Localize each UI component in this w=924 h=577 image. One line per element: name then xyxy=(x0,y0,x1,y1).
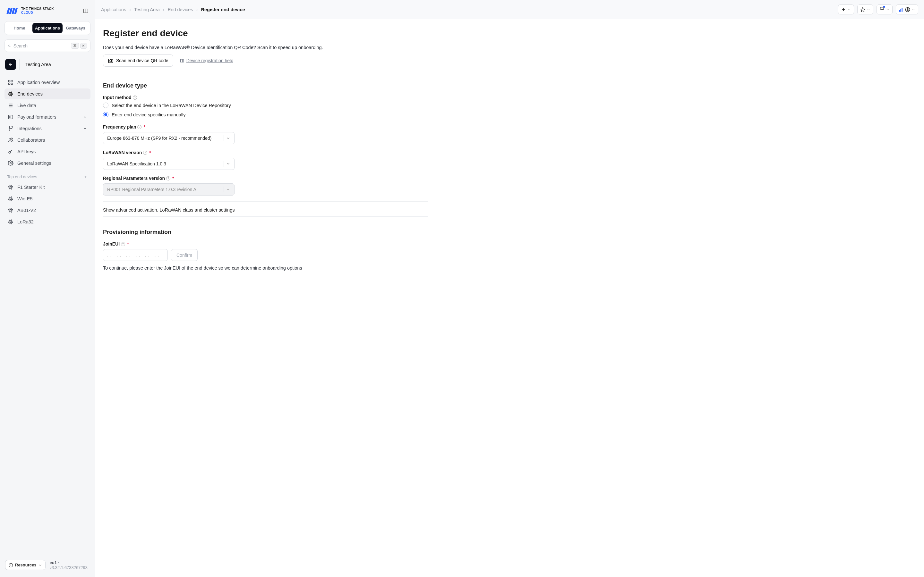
nav-label: Integrations xyxy=(17,126,42,131)
section-tabs: Home Applications Gateways xyxy=(5,21,90,35)
radio-repository[interactable]: Select the end device in the LoRaWAN Dev… xyxy=(103,103,428,108)
svg-rect-83 xyxy=(900,9,901,11)
back-button[interactable] xyxy=(5,59,16,70)
svg-rect-67 xyxy=(10,221,11,223)
tab-home[interactable]: Home xyxy=(6,23,32,33)
help-icon[interactable]: ? xyxy=(143,151,147,155)
chevron-right-icon: › xyxy=(196,7,198,12)
main: Applications › Testing Area › End device… xyxy=(95,0,924,577)
nav-collaborators[interactable]: Collaborators xyxy=(5,135,90,145)
advanced-settings-link[interactable]: Show advanced activation, LoRaWAN class … xyxy=(103,207,235,213)
scan-qr-button[interactable]: Scan end device QR code xyxy=(103,55,173,67)
context-name: Testing Area xyxy=(25,62,51,67)
brand-line2: CLOUD xyxy=(21,11,54,15)
breadcrumb: Applications › Testing Area › End device… xyxy=(101,7,245,12)
top-device-item[interactable]: F1 Starter Kit xyxy=(5,182,90,193)
svg-point-32 xyxy=(9,151,11,153)
chevron-down-icon xyxy=(226,161,230,166)
nav-integrations[interactable]: Integrations xyxy=(5,123,90,134)
breadcrumb-current: Register end device xyxy=(201,7,245,12)
top-device-item[interactable]: Wio-E5 xyxy=(5,193,90,204)
svg-rect-10 xyxy=(11,80,13,82)
account-button[interactable] xyxy=(896,5,918,15)
plus-icon[interactable] xyxy=(83,175,88,179)
sidebar-footer: Resources eu1 • v3.32.1.6738267293 xyxy=(5,558,90,572)
add-button[interactable] xyxy=(838,5,854,15)
brand-logo-icon xyxy=(6,7,18,15)
radio-manual[interactable]: Enter end device specifics manually xyxy=(103,112,428,117)
brand-logo[interactable]: THE THINGS STACK CLOUD xyxy=(6,7,54,15)
logo-row: THE THINGS STACK CLOUD xyxy=(5,5,90,21)
help-icon[interactable]: ? xyxy=(166,176,170,181)
nav-live-data[interactable]: Live data xyxy=(5,100,90,111)
joineui-input[interactable] xyxy=(103,249,168,261)
svg-rect-11 xyxy=(8,83,10,85)
svg-rect-82 xyxy=(899,10,900,11)
tab-gateways[interactable]: Gateways xyxy=(63,23,89,33)
svg-rect-9 xyxy=(8,80,10,82)
sidebar: THE THINGS STACK CLOUD Home Applications… xyxy=(0,0,95,577)
search-box[interactable]: ⌘ K xyxy=(5,39,90,52)
cpu-icon xyxy=(8,196,13,201)
lorawan-version-select[interactable]: LoRaWAN Specification 1.0.3 xyxy=(103,158,234,170)
help-icon[interactable]: ? xyxy=(133,95,137,100)
topbar-actions xyxy=(838,5,918,15)
chevron-right-icon: › xyxy=(163,7,165,12)
frequency-select[interactable]: Europe 863-870 MHz (SF9 for RX2 - recomm… xyxy=(103,132,234,144)
svg-rect-36 xyxy=(9,186,12,189)
radio-icon xyxy=(103,103,108,108)
help-icon[interactable]: ? xyxy=(137,125,142,129)
svg-rect-84 xyxy=(901,8,903,12)
nav-label: Payload formatters xyxy=(17,114,57,119)
resources-button[interactable]: Resources xyxy=(5,560,45,570)
nav-label: Collaborators xyxy=(17,137,45,143)
section-type-title: End device type xyxy=(103,82,428,89)
star-button[interactable] xyxy=(857,5,873,15)
chevron-down-icon xyxy=(226,187,230,192)
cpu-icon xyxy=(8,91,13,97)
svg-point-30 xyxy=(9,138,11,140)
nav-end-devices[interactable]: End devices xyxy=(5,89,90,99)
user-icon xyxy=(905,7,910,12)
plus-icon xyxy=(841,7,846,12)
sidebar-collapse-icon[interactable] xyxy=(83,8,89,14)
top-device-item[interactable]: AB01-V2 xyxy=(5,205,90,216)
nav-payload[interactable]: Payload formatters xyxy=(5,111,90,122)
joineui-label: JoinEUI ? * xyxy=(103,242,428,247)
info-icon xyxy=(9,563,13,567)
svg-point-31 xyxy=(11,138,13,139)
svg-point-6 xyxy=(8,45,10,47)
cpu-icon xyxy=(8,207,13,213)
confirm-button[interactable]: Confirm xyxy=(171,249,198,261)
help-icon[interactable]: ? xyxy=(121,242,125,246)
nav-overview[interactable]: Application overview xyxy=(5,77,90,88)
svg-point-28 xyxy=(9,130,10,131)
nav-api-keys[interactable]: API keys xyxy=(5,146,90,157)
context-row: Testing Area xyxy=(5,59,90,70)
input-method-label: Input method ? xyxy=(103,95,428,100)
camera-icon xyxy=(108,58,113,63)
cluster-label: eu1 xyxy=(49,560,57,565)
notifications-button[interactable] xyxy=(877,5,893,15)
joineui-hint: To continue, please enter the JoinEUI of… xyxy=(103,266,428,271)
svg-rect-14 xyxy=(10,93,11,95)
svg-line-7 xyxy=(10,46,11,47)
registration-help-link[interactable]: Device registration help xyxy=(180,58,233,63)
top-device-item[interactable]: LoRa32 xyxy=(5,216,90,227)
svg-rect-37 xyxy=(10,187,11,188)
breadcrumb-item[interactable]: Applications xyxy=(101,7,126,12)
breadcrumb-item[interactable]: Testing Area xyxy=(134,7,160,12)
svg-marker-81 xyxy=(861,7,865,11)
svg-rect-46 xyxy=(9,197,12,200)
radio-icon xyxy=(103,112,108,117)
nav-label: API keys xyxy=(17,149,36,154)
tab-applications[interactable]: Applications xyxy=(32,23,63,33)
search-input[interactable] xyxy=(13,43,69,48)
nav-settings[interactable]: General settings xyxy=(5,158,90,169)
org-icon xyxy=(899,7,904,12)
svg-point-29 xyxy=(12,126,13,127)
brand-line1: THE THINGS STACK xyxy=(21,7,54,11)
nav-label: End devices xyxy=(17,91,43,97)
list-icon xyxy=(8,103,13,108)
breadcrumb-item[interactable]: End devices xyxy=(168,7,193,12)
